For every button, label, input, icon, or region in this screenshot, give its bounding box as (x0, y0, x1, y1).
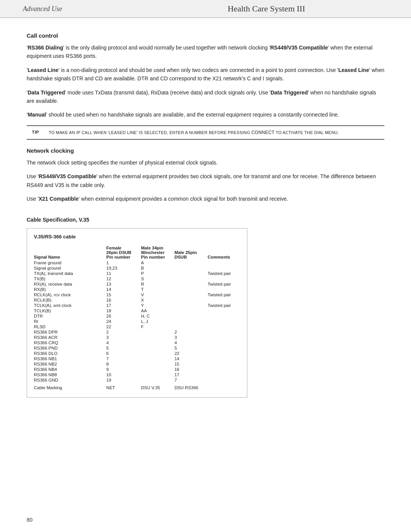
table-cell-comments: Twisted pair (207, 303, 240, 308)
call-control-p1: 'RS366 Dialing' is the only dialing prot… (27, 43, 384, 61)
table-cell-comments (207, 319, 240, 324)
table-cell-female: 24 (106, 319, 141, 324)
table-cell-comments: Twisted pair (207, 271, 240, 276)
table-cell-signal_name: Signal ground (34, 265, 106, 271)
table-cell-female: 4 (106, 340, 141, 345)
table-cell-signal_name: TX(A), transmit data (34, 271, 106, 276)
table-cell-male34: F (141, 324, 174, 329)
x21-compatible-bold: X21 Compatible (38, 196, 78, 202)
table-cell-signal_name: TCLK(B) (34, 308, 106, 313)
table-cell-female: 18 (106, 308, 141, 313)
table-cell-male25: 14 (174, 356, 207, 361)
table-row: RCLK(B)16X (34, 297, 240, 303)
table-cell-male25: 17 (174, 372, 207, 377)
table-cell-comments (207, 329, 240, 335)
table-cell-comments (207, 260, 240, 265)
table-cell-female: 1 (106, 260, 141, 265)
table-cell-female: 3 (106, 335, 141, 340)
table-cell-comments (207, 324, 240, 329)
table-row: RS366 GND197 (34, 377, 240, 383)
table-cell-female: NET (106, 384, 141, 390)
call-control-p4: 'Manual' should be used when no handshak… (27, 110, 384, 119)
table-row: DTR26H, C (34, 313, 240, 319)
table-cell-signal_name: RS366 DLO (34, 351, 106, 356)
data-triggered-bold2: Data Triggered (271, 89, 308, 96)
table-cell-signal_name: DTR (34, 313, 106, 319)
col-comments: Comments (207, 245, 240, 260)
table-cell-male34: A (141, 260, 174, 265)
table-cell-comments: Twisted pair (207, 292, 240, 297)
table-cell-male34 (141, 340, 174, 345)
table-row: RX(A), receive data13RTwisted pair (34, 281, 240, 287)
table-cell-signal_name: RS366 CRQ (34, 340, 106, 345)
table-cell-male25 (174, 313, 207, 319)
table-cell-female: 2 (106, 329, 141, 335)
table-row: RX(B)14T (34, 287, 240, 292)
table-cell-comments (207, 340, 240, 345)
table-box-title: V.35/RS-366 cable (34, 234, 240, 240)
table-cell-male34 (141, 372, 174, 377)
page: Advanced Use Health Care System III Call… (0, 0, 411, 532)
table-row: Frame ground1A (34, 260, 240, 265)
table-cell-male34 (141, 335, 174, 340)
table-cell-signal_name: Cable Marking (34, 384, 106, 390)
cable-spec-section: Cable Specification, V.35 V.35/RS-366 ca… (27, 217, 384, 398)
table-cell-female: 15 (106, 292, 141, 297)
table-row: TCLK(A), xmt clock17YTwisted pair (34, 303, 240, 308)
table-cell-female: 16 (106, 297, 141, 303)
table-cell-signal_name: TCLK(A), xmt clock (34, 303, 106, 308)
table-cell-comments (207, 287, 240, 292)
table-row: RS366 CRQ44 (34, 340, 240, 345)
main-content: Call control 'RS366 Dialing' is the only… (0, 18, 411, 420)
table-row: RLSD22F (34, 324, 240, 329)
table-cell-signal_name: RS366 GND (34, 377, 106, 383)
table-cell-female: 14 (106, 287, 141, 292)
table-row: RS366 NB2815 (34, 361, 240, 367)
table-row: RS366 NB1714 (34, 356, 240, 361)
table-row: RS366 NB81017 (34, 372, 240, 377)
table-cell-female: 22 (106, 324, 141, 329)
table-cell-male25: DSU RS366 (174, 384, 207, 390)
table-cell-male25: 4 (174, 340, 207, 345)
table-cell-male25 (174, 260, 207, 265)
table-cell-signal_name: RX(B) (34, 287, 106, 292)
table-cell-male25 (174, 319, 207, 324)
call-control-title: Call control (27, 32, 384, 39)
table-cell-comments (207, 384, 240, 390)
header-left: Advanced Use (23, 5, 145, 13)
table-row: RI24L, J (34, 319, 240, 324)
network-clocking-title: Network clocking (27, 147, 384, 154)
table-cell-female: 6 (106, 351, 141, 356)
table-cell-male34 (141, 351, 174, 356)
table-cell-female: 8 (106, 361, 141, 367)
table-cell-comments: Twisted pair (207, 281, 240, 287)
network-clocking-p1: The network clock setting specifies the … (27, 158, 384, 167)
table-cell-male25: 2 (174, 329, 207, 335)
table-cell-comments (207, 377, 240, 383)
cable-table: Signal Name Female26pin DSUBPin number M… (34, 245, 240, 390)
tip-text: To make an IP call when 'Leased Line' is… (49, 129, 339, 136)
col-female: Female26pin DSUBPin number (106, 245, 141, 260)
table-cell-male25 (174, 271, 207, 276)
table-cell-female: 5 (106, 345, 141, 351)
table-cell-signal_name: Frame ground (34, 260, 106, 265)
manual-bold: Manual (28, 112, 46, 118)
table-cell-male34: H, C (141, 313, 174, 319)
table-cell-female: 10 (106, 372, 141, 377)
table-cell-male25: 16 (174, 367, 207, 372)
rs366-dialing-bold: RS366 Dialing (28, 45, 63, 51)
table-cell-male34 (141, 345, 174, 351)
table-cell-signal_name: TX(B) (34, 276, 106, 281)
table-cell-comments (207, 367, 240, 372)
table-row: Signal ground19,23B (34, 265, 240, 271)
table-row: RS366 DLO622 (34, 351, 240, 356)
call-control-p2: 'Leased Line' is a non-dialing protocol … (27, 66, 384, 83)
table-cell-female: 17 (106, 303, 141, 308)
table-cell-male34 (141, 361, 174, 367)
call-control-p3: 'Data Triggered' mode uses TxData (trans… (27, 88, 384, 105)
table-cell-male34 (141, 367, 174, 372)
cable-spec-title: Cable Specification, V.35 (27, 217, 384, 223)
table-row: RS366 NB4916 (34, 367, 240, 372)
leased-line-bold1: Leased Line (28, 67, 59, 73)
table-cell-male34 (141, 356, 174, 361)
